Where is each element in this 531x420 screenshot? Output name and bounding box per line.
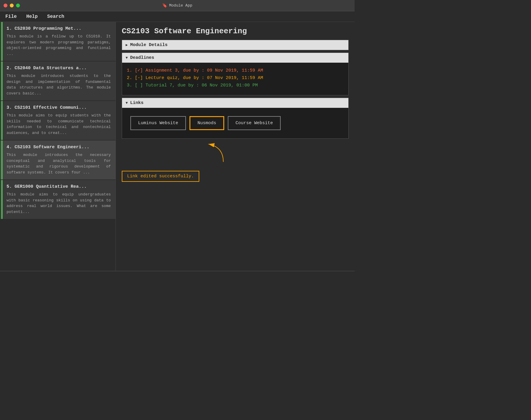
active-indicator [1, 180, 3, 219]
title-text: Module App [169, 3, 192, 8]
accordion-module-details: ▶ Module Details [122, 40, 349, 50]
active-indicator [1, 22, 3, 61]
course-website-button[interactable]: Course Website [228, 116, 281, 130]
chevron-down-icon: ▼ [126, 56, 128, 60]
content-area: CS2103 Software Engineering ▶ Module Det… [116, 22, 355, 271]
chevron-down-icon-links: ▼ [126, 101, 128, 105]
app-icon: 🔖 [162, 3, 167, 8]
annotation-arrow-svg [122, 141, 349, 165]
window-controls[interactable] [4, 4, 20, 7]
module-2-title: 2. CS2040 Data Structures a... [7, 66, 111, 71]
accordion-links: ▼ Links Luminus Website Nusmods Course W… [122, 98, 349, 139]
sidebar-item-module-3[interactable]: 3. CS2101 Effective Communi... This modu… [0, 101, 116, 140]
menu-file[interactable]: File [4, 13, 18, 20]
content-module-title: CS2103 Software Engineering [122, 27, 349, 36]
deadline-item-1: 1. [✓] Assignment 3, due by : 09 Nov 201… [127, 67, 344, 73]
accordion-links-label: Links [130, 100, 143, 105]
deadline-item-2: 2. [-] Lecture quiz, due by : 07 Nov 201… [127, 75, 344, 80]
accordion-links-header[interactable]: ▼ Links [122, 98, 348, 108]
sidebar-item-module-4[interactable]: 4. CS2103 Software Engineeri... This mod… [0, 140, 116, 179]
deadline-item-3: 3. [ ] Tutorial 7, due by : 06 Nov 2019,… [127, 83, 344, 88]
module-5-desc: This module aims to equip undergraduates… [7, 192, 111, 215]
module-3-title: 3. CS2101 Effective Communi... [7, 105, 111, 110]
window-title: 🔖 Module App [162, 3, 192, 8]
accordion-links-body: Luminus Website Nusmods Course Website [122, 108, 348, 138]
chevron-right-icon: ▶ [126, 43, 128, 47]
active-indicator [1, 61, 3, 100]
menu-help[interactable]: Help [24, 13, 39, 20]
title-bar: 🔖 Module App [0, 0, 355, 11]
accordion-module-details-header[interactable]: ▶ Module Details [122, 40, 348, 50]
sidebar-item-module-2[interactable]: 2. CS2040 Data Structures a... This modu… [0, 61, 116, 100]
nusmods-button[interactable]: Nusmods [189, 116, 224, 130]
active-indicator [1, 140, 3, 179]
sidebar-item-module-5[interactable]: 5. GER1000 Quantitative Rea... This modu… [0, 180, 116, 219]
maximize-button[interactable] [16, 4, 20, 7]
luminus-website-button[interactable]: Luminus Website [130, 116, 186, 130]
accordion-deadlines-header[interactable]: ▼ Deadlines [122, 53, 348, 63]
module-4-desc: This module introduces the necessary con… [7, 152, 111, 175]
module-3-desc: This module aims to equip students with … [7, 113, 111, 136]
accordion-deadlines: ▼ Deadlines 1. [✓] Assignment 3, due by … [122, 53, 349, 95]
menu-search[interactable]: Search [45, 13, 66, 20]
module-2-desc: This module introduces students to the d… [7, 73, 111, 96]
accordion-module-details-label: Module Details [130, 42, 167, 48]
main-layout: 1. CS2030 Programming Met... This module… [0, 22, 355, 271]
command-area[interactable] [0, 271, 355, 280]
minimize-button[interactable] [10, 4, 14, 7]
sidebar-item-module-1[interactable]: 1. CS2030 Programming Met... This module… [0, 22, 116, 61]
module-4-title: 4. CS2103 Software Engineeri... [7, 145, 111, 150]
success-message: Link edited successfully. [122, 171, 199, 182]
accordion-deadlines-label: Deadlines [130, 55, 154, 60]
links-container: Luminus Website Nusmods Course Website [127, 113, 344, 134]
module-1-title: 1. CS2030 Programming Met... [7, 26, 111, 31]
module-1-desc: This module is a follow up to CS1010. It… [7, 34, 111, 57]
command-input[interactable] [5, 276, 350, 280]
module-5-title: 5. GER1000 Quantitative Rea... [7, 184, 111, 189]
accordion-deadlines-body: 1. [✓] Assignment 3, due by : 09 Nov 201… [122, 63, 348, 95]
annotation-arrow-container [122, 141, 349, 165]
active-indicator [1, 101, 3, 140]
close-button[interactable] [4, 4, 7, 7]
menu-bar: File Help Search [0, 11, 355, 22]
sidebar: 1. CS2030 Programming Met... This module… [0, 22, 116, 271]
